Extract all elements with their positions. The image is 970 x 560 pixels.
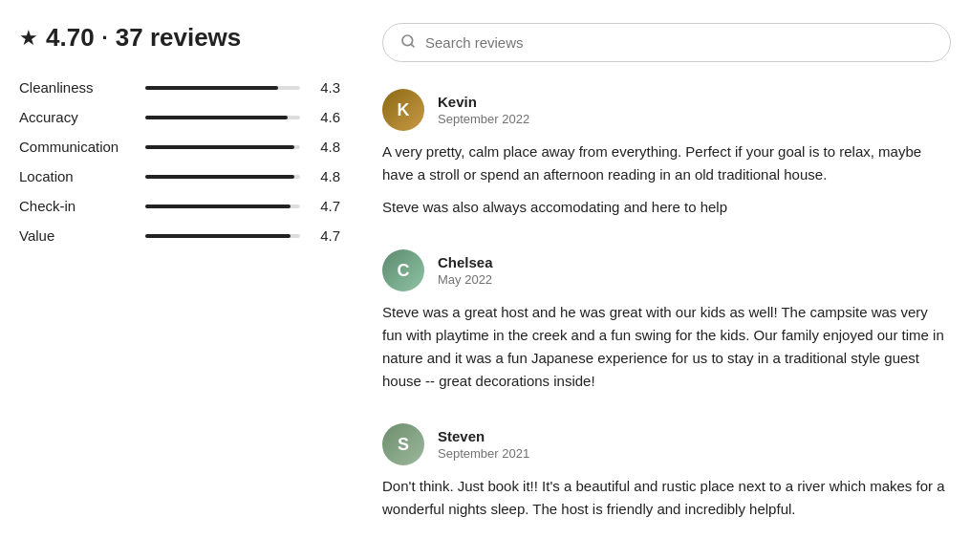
rating-bar-fill <box>145 86 278 90</box>
review-item: S Steven September 2021 Don't think. Jus… <box>382 423 951 521</box>
rating-bar-container <box>145 116 300 119</box>
rating-value: 4.8 <box>312 168 340 184</box>
rating-row: Communication 4.8 <box>19 139 340 155</box>
review-text: Don't think. Just book it!! It's a beaut… <box>382 475 951 521</box>
review-count: 37 reviews <box>116 23 242 53</box>
rating-label: Value <box>19 227 134 244</box>
review-text: A very pretty, calm place away from ever… <box>382 140 951 186</box>
search-input[interactable] <box>425 34 933 51</box>
reviewer-header: K Kevin September 2022 <box>382 89 951 131</box>
svg-line-1 <box>411 44 414 47</box>
left-panel: ★ 4.70 · 37 reviews Cleanliness 4.3 Accu… <box>0 23 363 537</box>
rating-bar-container <box>145 205 300 208</box>
star-icon: ★ <box>19 26 38 51</box>
rating-row: Value 4.7 <box>19 227 340 244</box>
rating-value: 4.7 <box>312 198 340 214</box>
rating-bar-fill <box>145 175 294 179</box>
rating-dot: · <box>102 26 108 51</box>
rating-label: Location <box>19 168 134 184</box>
reviewer-info: Kevin September 2022 <box>438 94 529 126</box>
review-text: Steve was also always accomodating and h… <box>382 196 951 219</box>
rating-value: 4.3 <box>312 79 340 96</box>
rating-score: 4.70 <box>46 23 95 53</box>
reviewer-name: Kevin <box>438 94 529 110</box>
rating-header: ★ 4.70 · 37 reviews <box>19 23 340 53</box>
reviewer-info: Chelsea May 2022 <box>438 254 493 287</box>
search-bar[interactable] <box>382 23 951 62</box>
avatar: S <box>382 423 424 465</box>
rating-bar-container <box>145 175 300 179</box>
search-icon <box>400 33 416 52</box>
rating-bar-fill <box>145 116 288 119</box>
review-item: C Chelsea May 2022 Steve was a great hos… <box>382 249 951 393</box>
reviewer-info: Steven September 2021 <box>438 428 529 461</box>
reviewer-date: September 2022 <box>438 112 529 126</box>
rating-label: Accuracy <box>19 109 134 125</box>
rating-bar-fill <box>145 205 291 208</box>
rating-label: Check-in <box>19 198 134 214</box>
reviewer-date: May 2022 <box>438 272 493 287</box>
rating-row: Accuracy 4.6 <box>19 109 340 125</box>
reviewer-date: September 2021 <box>438 446 529 461</box>
rating-bar-fill <box>145 234 291 238</box>
right-panel: K Kevin September 2022 A very pretty, ca… <box>363 23 970 537</box>
avatar: K <box>382 89 424 131</box>
rating-label: Communication <box>19 139 134 155</box>
reviews-list: K Kevin September 2022 A very pretty, ca… <box>382 89 951 521</box>
rating-bar-container <box>145 234 300 238</box>
rating-value: 4.8 <box>312 139 340 155</box>
rating-label: Cleanliness <box>19 79 134 96</box>
avatar: C <box>382 249 424 291</box>
review-text: Steve was a great host and he was great … <box>382 301 951 393</box>
rating-bar-fill <box>145 145 294 149</box>
rating-row: Check-in 4.7 <box>19 198 340 214</box>
rating-value: 4.6 <box>312 109 340 125</box>
reviewer-name: Steven <box>438 428 529 444</box>
reviewer-header: S Steven September 2021 <box>382 423 951 465</box>
reviewer-header: C Chelsea May 2022 <box>382 249 951 291</box>
reviewer-name: Chelsea <box>438 254 493 270</box>
rating-row: Location 4.8 <box>19 168 340 184</box>
rating-bar-container <box>145 145 300 149</box>
review-item: K Kevin September 2022 A very pretty, ca… <box>382 89 951 219</box>
rating-value: 4.7 <box>312 227 340 244</box>
rating-rows: Cleanliness 4.3 Accuracy 4.6 Communicati… <box>19 79 340 244</box>
rating-row: Cleanliness 4.3 <box>19 79 340 96</box>
rating-bar-container <box>145 86 300 90</box>
